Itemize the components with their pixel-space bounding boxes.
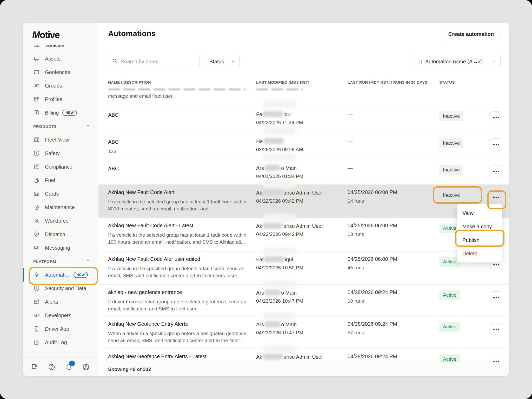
row-actions-button[interactable] bbox=[490, 291, 502, 303]
sidebar-item-alerts[interactable]: Alerts bbox=[23, 295, 98, 309]
row-runs-count: 10 runs bbox=[348, 298, 436, 304]
notifications-bell-icon[interactable] bbox=[64, 363, 73, 371]
sidebar-item-audit-log[interactable]: Audit Log bbox=[23, 336, 98, 349]
row-modified-by: Akariso Admin User bbox=[256, 354, 344, 360]
row-last-run: — bbox=[348, 138, 436, 144]
row-last-run: — bbox=[348, 165, 436, 171]
row-actions-button[interactable] bbox=[490, 323, 502, 335]
status-badge: Active bbox=[439, 322, 460, 332]
menu-item-delete[interactable]: Delete... bbox=[457, 247, 502, 260]
sort-label: Automation name (A→Z) bbox=[425, 59, 489, 65]
row-modified-date: 04/22/2026 11:26 PM bbox=[256, 120, 344, 125]
sidebar-item-label: Driver App bbox=[45, 326, 69, 332]
row-runs-count: 13 runs bbox=[348, 231, 436, 237]
redacted-name bbox=[264, 256, 285, 262]
row-modified-by: Arso Main bbox=[256, 289, 344, 296]
row-name: akhlaq - new geofence entrance bbox=[108, 289, 251, 295]
menu-item-publish[interactable]: Publish bbox=[457, 233, 502, 247]
redacted-name bbox=[262, 354, 283, 360]
new-badge: NEW bbox=[62, 110, 77, 116]
app-window: Motive Vehicles Assets bbox=[0, 0, 532, 399]
status-badge: Active bbox=[439, 290, 460, 300]
sidebar-item-safety[interactable]: Safety bbox=[23, 147, 98, 160]
create-automation-button[interactable]: Create automation bbox=[442, 28, 500, 40]
sidebar-item-geofences[interactable]: Geofences bbox=[23, 65, 98, 79]
sidebar-item-billing[interactable]: Billing NEW bbox=[23, 106, 98, 119]
search-box[interactable] bbox=[108, 55, 200, 68]
sort-dropdown[interactable]: ↑↓ Automation name (A→Z) bbox=[413, 55, 501, 68]
redacted-name bbox=[262, 189, 283, 196]
help-icon[interactable] bbox=[47, 363, 56, 371]
sidebar-item-security-and-data[interactable]: Security and Data bbox=[23, 282, 98, 295]
section-products[interactable]: PRODUCTS bbox=[23, 119, 98, 133]
table-row[interactable]: message and email fleet user. bbox=[98, 88, 509, 104]
row-actions-button[interactable] bbox=[490, 111, 502, 123]
sidebar-item-label: Maintenance bbox=[45, 204, 75, 210]
sidebar-item-groups[interactable]: Groups bbox=[23, 79, 98, 92]
table-row[interactable]: Akhlaq New Fault Code Alert - Latest If … bbox=[98, 218, 509, 251]
sidebar-item-label: Alerts bbox=[45, 299, 58, 305]
column-header-last-run: LAST RUN (MDY HST) / RUNS IN 30 DAYS bbox=[348, 80, 428, 84]
table-row[interactable]: ABC Faiqui 04/22/2026 11:26 PM — Inactiv… bbox=[98, 104, 509, 131]
column-header-modified: LAST MODIFIED (MDY HST) bbox=[256, 80, 309, 84]
row-actions-button[interactable] bbox=[490, 138, 502, 150]
redacted-text bbox=[263, 312, 296, 320]
row-description: If a vehicle in the specified group dete… bbox=[108, 265, 251, 279]
sidebar-item-assets[interactable]: Assets bbox=[23, 52, 98, 65]
account-icon[interactable] bbox=[82, 363, 90, 371]
sidebar-item-maintenance[interactable]: Maintenance bbox=[23, 201, 98, 214]
row-last-run: — bbox=[348, 111, 436, 117]
sidebar-item-dispatch[interactable]: Dispatch bbox=[23, 228, 98, 241]
row-runs-count: 14 runs bbox=[348, 198, 436, 204]
sidebar-item-cards[interactable]: Cards bbox=[23, 187, 98, 201]
row-last-run: 04/28/2026 09:24 PM bbox=[348, 321, 436, 327]
table-row[interactable]: Akhlaq New Geofence Entry Alerts When a … bbox=[98, 316, 509, 349]
sidebar-item-fuel[interactable]: Fuel bbox=[23, 174, 98, 187]
chevron-down-icon bbox=[231, 59, 235, 65]
sidebar-item-label: Fuel bbox=[45, 177, 55, 183]
sidebar-item-driver-app[interactable]: Driver App bbox=[23, 322, 98, 336]
menu-item-view[interactable]: View bbox=[457, 206, 502, 220]
sidebar-item-label: Workforce bbox=[45, 218, 69, 224]
sidebar-item-vehicles[interactable]: Vehicles bbox=[23, 45, 98, 52]
sidebar-item-workforce[interactable]: Workforce bbox=[23, 214, 98, 228]
table-row[interactable]: Akhlaq New Fault Code Aler user edited I… bbox=[98, 251, 509, 284]
table-row[interactable]: ABC 123 Ha 03/26/2026 09:29 AM — Inactiv… bbox=[98, 131, 509, 158]
sidebar-item-profiles[interactable]: Profiles bbox=[23, 92, 98, 106]
row-modified-by: Fatiqui bbox=[256, 256, 344, 263]
row-modified-by: Ha bbox=[256, 138, 344, 144]
sidebar-item-fleet-view[interactable]: Fleet View bbox=[23, 133, 98, 147]
shield-lock-icon bbox=[33, 285, 40, 292]
sidebar: Motive Vehicles Assets bbox=[23, 23, 98, 376]
status-badge: Inactive bbox=[439, 190, 463, 200]
sidebar-item-label: Developers bbox=[45, 312, 71, 318]
menu-item-make-a-copy[interactable]: Make a copy... bbox=[457, 220, 502, 233]
row-actions-button[interactable] bbox=[490, 165, 502, 177]
redacted-name bbox=[264, 165, 281, 171]
row-runs-count: 57 runs bbox=[348, 330, 436, 336]
row-description: When a driver in a specific group enters… bbox=[108, 330, 251, 344]
sidebar-item-label: Cards bbox=[45, 191, 59, 197]
sidebar-item-label: Safety bbox=[45, 150, 60, 156]
row-actions-button[interactable] bbox=[490, 191, 502, 203]
table-row[interactable]: ABC Arso Main 04/01/2026 01:34 PM — Inac… bbox=[98, 158, 509, 184]
section-platform[interactable]: PLATFORM bbox=[23, 255, 98, 268]
sidebar-item-automations[interactable]: Automati... NEW bbox=[23, 268, 98, 282]
table-row[interactable]: akhlaq - new geofence entrance If driver… bbox=[98, 284, 509, 316]
table-row[interactable]: Akhlaq New Geofence Entry Alerts - Lates… bbox=[98, 349, 509, 362]
table-row-selected[interactable]: Akhlaq New Fault Code Alert If a vehicle… bbox=[98, 184, 509, 218]
profile-card-icon bbox=[33, 96, 40, 103]
status-filter-label: Status bbox=[209, 59, 224, 65]
redacted-text bbox=[263, 214, 296, 222]
row-actions-button[interactable] bbox=[490, 356, 502, 362]
sidebar-item-developers[interactable]: Developers bbox=[23, 309, 98, 322]
redacted-name bbox=[264, 321, 281, 327]
sidebar-item-compliance[interactable]: Compliance bbox=[23, 160, 98, 174]
status-filter-dropdown[interactable]: Status bbox=[204, 55, 240, 68]
redacted-name bbox=[262, 223, 283, 229]
row-runs-count: 45 runs bbox=[348, 265, 436, 271]
row-last-run: 04/25/2026 06:00 PM bbox=[348, 256, 436, 262]
map-book-icon[interactable] bbox=[30, 363, 39, 371]
sidebar-item-messaging[interactable]: Messaging bbox=[23, 241, 98, 255]
search-input[interactable] bbox=[121, 59, 196, 65]
